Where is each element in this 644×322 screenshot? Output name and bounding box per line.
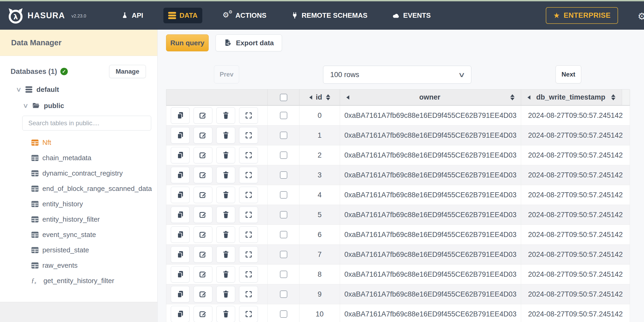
collapse-column-icon[interactable] [309,95,312,100]
nav-tab-events[interactable]: EVENTS [388,8,436,23]
sidebar-table-item[interactable]: raw_events [0,258,157,273]
row-delete-button[interactable] [216,246,235,263]
row-delete-button[interactable] [216,306,235,322]
nav-tab-remote-schemas[interactable]: REMOTE SCHEMAS [287,8,372,23]
row-copy-button[interactable] [171,187,190,203]
row-expand-button[interactable] [239,266,258,283]
row-delete-button[interactable] [216,127,235,144]
row-edit-button[interactable] [194,266,212,283]
sidebar-table-item[interactable]: persisted_state [0,242,157,258]
row-checkbox[interactable] [280,151,287,159]
collapse-column-icon[interactable] [527,95,530,100]
row-edit-button[interactable] [194,107,212,124]
collapse-column-icon[interactable] [346,95,349,100]
row-edit-button[interactable] [194,167,212,183]
row-delete-button[interactable] [216,286,235,302]
row-checkbox[interactable] [280,112,287,119]
nav-tab-data[interactable]: DATA [163,8,202,23]
row-expand-button[interactable] [239,226,258,243]
row-edit-button[interactable] [194,147,212,163]
row-copy-button[interactable] [171,207,190,223]
column-header-owner[interactable]: owner [340,90,521,106]
row-copy-button[interactable] [171,107,190,124]
row-expand-button[interactable] [239,147,258,163]
select-all-checkbox[interactable] [280,94,287,101]
nav-tab-api[interactable]: API [117,8,148,23]
sidebar-table-item[interactable]: chain_metadata [0,150,157,166]
prev-page-button[interactable]: Prev [214,65,239,83]
row-copy-button[interactable] [171,286,190,302]
settings-gear-icon[interactable]: ⚙ [638,11,644,22]
row-edit-button[interactable] [194,187,212,203]
row-checkbox[interactable] [280,132,287,139]
row-checkbox[interactable] [280,290,287,298]
row-copy-button[interactable] [171,167,190,183]
row-expand-button[interactable] [239,187,258,203]
sort-icon[interactable] [611,94,615,100]
run-query-button[interactable]: Run query [166,34,209,51]
row-copy-button[interactable] [171,306,190,322]
export-data-button[interactable]: Export data [216,34,282,51]
chevron-down-icon[interactable]: ∨ [16,86,22,93]
cell-db-write-timestamp: 2024-08-27T09:50:57.245142 [521,126,630,145]
row-delete-button[interactable] [216,167,235,183]
row-checkbox[interactable] [280,211,287,218]
row-delete-button[interactable] [216,266,235,283]
row-copy-button[interactable] [171,127,190,144]
row-delete-button[interactable] [216,107,235,124]
hasura-logo[interactable]: λ HASURA v2.23.0 [7,7,86,24]
enterprise-button[interactable]: ★ ENTERPRISE [546,7,618,24]
row-copy-button[interactable] [171,266,190,283]
table-icon [31,247,39,253]
column-header-id[interactable]: id [299,90,340,106]
trash-icon [222,211,230,219]
row-copy-button[interactable] [171,226,190,243]
row-edit-button[interactable] [194,306,212,322]
row-copy-button[interactable] [171,246,190,263]
row-delete-button[interactable] [216,226,235,243]
manage-button[interactable]: Manage [109,65,146,78]
sidebar-table-item[interactable]: Nft [0,135,157,150]
row-checkbox[interactable] [280,171,287,179]
tree-node-default[interactable]: ∨ default [0,82,157,97]
row-delete-button[interactable] [216,147,235,163]
row-edit-button[interactable] [194,127,212,144]
sidebar-table-item[interactable]: entity_history [0,196,157,212]
table-name: get_entity_history_filter [43,277,114,285]
row-edit-button[interactable] [194,286,212,302]
row-delete-button[interactable] [216,187,235,203]
row-checkbox[interactable] [280,271,287,278]
folder-open-icon [32,102,40,109]
row-edit-button[interactable] [194,246,212,263]
row-expand-button[interactable] [239,107,258,124]
row-edit-button[interactable] [194,207,212,223]
next-page-button[interactable]: Next [556,65,581,83]
row-delete-button[interactable] [216,207,235,223]
row-edit-button[interactable] [194,226,212,243]
sort-icon[interactable] [326,94,330,100]
sidebar-table-item[interactable]: entity_history_filter [0,212,157,227]
row-expand-button[interactable] [239,207,258,223]
row-expand-button[interactable] [239,127,258,144]
nav-tab-actions[interactable]: ⚙⚙ ACTIONS [218,8,271,24]
row-expand-button[interactable] [239,167,258,183]
row-copy-button[interactable] [171,147,190,163]
row-checkbox[interactable] [280,251,287,258]
row-checkbox[interactable] [280,191,287,199]
tree-node-public[interactable]: ∨ public [0,99,157,113]
row-expand-button[interactable] [239,306,258,322]
sidebar-table-item[interactable]: ƒxget_entity_history_filter [0,273,157,288]
search-tables-input[interactable] [22,116,151,131]
row-checkbox[interactable] [280,310,287,318]
column-header-db-write-timestamp[interactable]: db_write_timestamp [521,90,622,106]
trash-icon [222,191,230,199]
sidebar-table-item[interactable]: dynamic_contract_registry [0,166,157,181]
row-expand-button[interactable] [239,246,258,263]
sort-icon[interactable] [510,94,515,100]
row-expand-button[interactable] [239,286,258,302]
chevron-down-icon[interactable]: ∨ [23,102,29,109]
sidebar-table-item[interactable]: end_of_block_range_scanned_data [0,181,157,196]
row-checkbox[interactable] [280,231,287,238]
rows-per-page-select[interactable]: 100 rows ∨ [323,66,471,84]
sidebar-table-item[interactable]: event_sync_state [0,227,157,242]
